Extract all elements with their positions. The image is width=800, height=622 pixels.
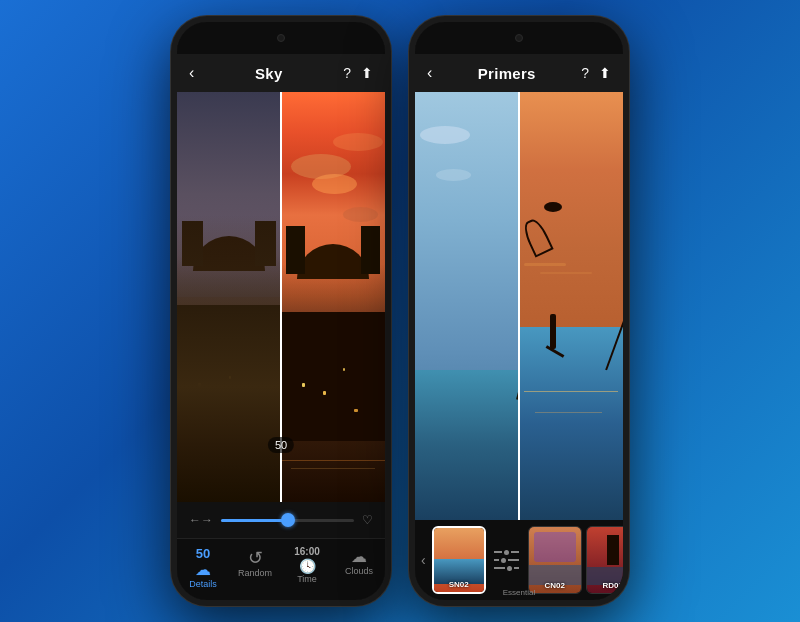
tab-details[interactable]: 50 ☁ Details [177,545,229,589]
filter-cn02[interactable]: CN02 [528,526,582,594]
power-button[interactable] [388,122,391,152]
tab-time[interactable]: 16:00 🕓 Time [281,545,333,584]
slider-right-arrow[interactable]: → [201,513,213,527]
phone-top-bar [177,22,385,54]
help-icon-1[interactable]: ? [343,65,351,81]
tab-details-value: 50 [196,547,210,560]
tab-clouds[interactable]: ☁ Clouds [333,545,385,576]
tab-details-label: Details [189,580,217,589]
clouds-icon: ☁ [351,549,367,565]
filter-eq-button[interactable] [490,526,524,594]
photo-fishing-left [415,92,519,520]
split-value-badge: 50 [268,437,294,453]
filter-rd03[interactable]: RD03 [586,526,623,594]
phone-1: ‹ Sky ? ⬆ [171,16,391,606]
split-handle-1[interactable]: 50 [268,437,294,453]
header-title-1: Sky [255,65,283,82]
slider-thumb-1[interactable] [281,513,295,527]
time-icon: 🕓 [299,559,316,573]
back-button-1[interactable]: ‹ [189,64,194,82]
share-icon-2[interactable]: ⬆ [599,65,611,81]
header-title-2: Primers [478,65,536,82]
front-camera [277,34,285,42]
bottom-tabs-1: 50 ☁ Details ↺ Random 16:00 🕓 Time ☁ Clo… [177,538,385,600]
volume-up-button[interactable] [171,112,174,134]
slider-fill-1 [221,519,288,522]
header-icons-2: ? ⬆ [581,65,611,81]
filter-cn02-label: CN02 [529,581,581,590]
slider-track-1[interactable] [221,519,354,522]
photo-area-2 [415,92,623,520]
front-camera-2 [515,34,523,42]
filter-left-arrow[interactable]: ‹ [419,552,428,568]
phone-2: ‹ Primers ? ⬆ [409,16,629,606]
back-button-2[interactable]: ‹ [427,64,432,82]
photo-after-1 [281,92,385,502]
split-line-2[interactable] [518,92,520,520]
phone-top-bar-2 [415,22,623,54]
app-header-2: ‹ Primers ? ⬆ [415,54,623,92]
filter-rd03-label: RD03 [587,581,623,590]
tab-clouds-label: Clouds [345,567,373,576]
share-icon-1[interactable]: ⬆ [361,65,373,81]
app-header-1: ‹ Sky ? ⬆ [177,54,385,92]
equalizer-icon [494,550,519,571]
tab-time-label: Time [297,575,317,584]
header-icons-1: ? ⬆ [343,65,373,81]
photo-area-1: 50 [177,92,385,502]
tab-time-value: 16:00 [294,547,320,557]
tab-random-label: Random [238,569,272,578]
details-icon: ☁ [195,562,211,578]
essential-label: Essential [503,588,535,597]
random-icon: ↺ [248,549,263,567]
volume-down-button[interactable] [171,142,174,164]
help-icon-2[interactable]: ? [581,65,589,81]
power-button-2[interactable] [626,122,629,152]
volume-down-button-2[interactable] [409,142,412,164]
photo-fishing-right [519,92,623,520]
volume-up-button-2[interactable] [409,112,412,134]
photo-before-1 [177,92,281,502]
filter-sn02[interactable]: SN02 [432,526,486,594]
slider-area-1: ← → ♡ [177,502,385,538]
heart-icon-1[interactable]: ♡ [362,513,373,527]
filter-sn02-label: SN02 [434,580,484,589]
slider-left-arrow[interactable]: ← [189,513,201,527]
tab-random[interactable]: ↺ Random [229,545,281,578]
filter-strip: ‹ SN02 [415,520,623,600]
